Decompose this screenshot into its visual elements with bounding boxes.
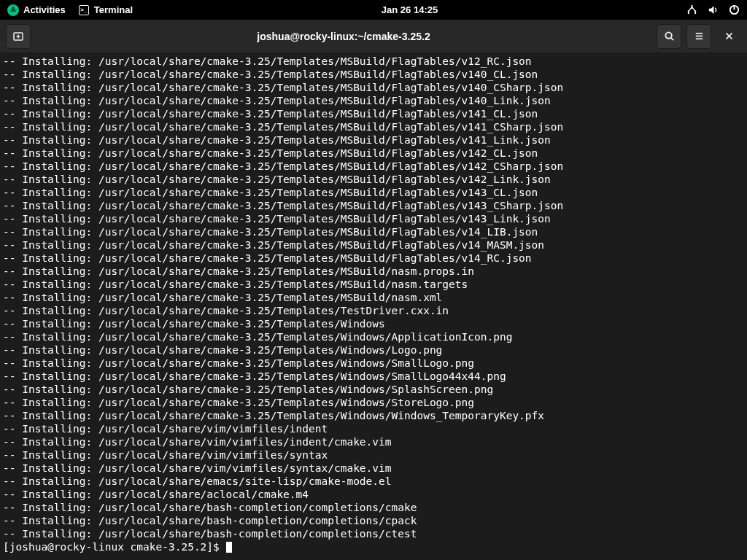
topbar-left: Activities >_ Terminal xyxy=(7,4,133,16)
shell-prompt: [joshua@rocky-linux cmake-3.25.2]$ xyxy=(3,540,744,553)
output-line: -- Installing: /usr/local/share/cmake-3.… xyxy=(3,186,744,199)
activities-label: Activities xyxy=(23,4,66,15)
search-button[interactable] xyxy=(657,24,681,49)
output-line: -- Installing: /usr/local/share/bash-com… xyxy=(3,527,744,540)
activities-button[interactable]: Activities xyxy=(7,4,66,16)
menu-button[interactable] xyxy=(686,24,711,49)
output-line: -- Installing: /usr/local/share/cmake-3.… xyxy=(3,107,744,120)
current-app-indicator[interactable]: >_ Terminal xyxy=(79,4,133,15)
topbar-right xyxy=(686,4,740,15)
cursor xyxy=(226,542,232,553)
clock[interactable]: Jan 26 14:25 xyxy=(133,4,686,15)
output-line: -- Installing: /usr/local/share/cmake-3.… xyxy=(3,212,744,225)
output-line: -- Installing: /usr/local/share/cmake-3.… xyxy=(3,120,744,133)
output-line: -- Installing: /usr/local/share/cmake-3.… xyxy=(3,291,744,304)
current-app-name: Terminal xyxy=(94,4,133,15)
output-line: -- Installing: /usr/local/share/aclocal/… xyxy=(3,488,744,501)
terminal-output[interactable]: -- Installing: /usr/local/share/cmake-3.… xyxy=(0,53,747,560)
output-line: -- Installing: /usr/local/share/cmake-3.… xyxy=(3,252,744,265)
output-line: -- Installing: /usr/local/share/cmake-3.… xyxy=(3,147,744,160)
gnome-topbar: Activities >_ Terminal Jan 26 14:25 xyxy=(0,0,747,20)
output-line: -- Installing: /usr/local/share/cmake-3.… xyxy=(3,238,744,252)
output-line: -- Installing: /usr/local/share/bash-com… xyxy=(3,514,744,527)
terminal-icon: >_ xyxy=(79,5,89,15)
output-line: -- Installing: /usr/local/share/cmake-3.… xyxy=(3,265,744,278)
output-line: -- Installing: /usr/local/share/cmake-3.… xyxy=(3,133,744,147)
output-lines: -- Installing: /usr/local/share/cmake-3.… xyxy=(3,55,744,540)
output-line: -- Installing: /usr/local/share/cmake-3.… xyxy=(3,55,744,68)
output-line: -- Installing: /usr/local/share/cmake-3.… xyxy=(3,94,744,107)
output-line: -- Installing: /usr/local/share/vim/vimf… xyxy=(3,435,744,448)
svg-point-9 xyxy=(665,32,671,38)
terminal-headerbar: joshua@rocky-linux:~/cmake-3.25.2 xyxy=(0,20,747,53)
output-line: -- Installing: /usr/local/share/bash-com… xyxy=(3,501,744,514)
output-line: -- Installing: /usr/local/share/cmake-3.… xyxy=(3,81,744,94)
output-line: -- Installing: /usr/local/share/cmake-3.… xyxy=(3,383,744,396)
close-button[interactable] xyxy=(716,24,741,49)
output-line: -- Installing: /usr/local/share/cmake-3.… xyxy=(3,330,744,343)
window-title: joshua@rocky-linux:~/cmake-3.25.2 xyxy=(36,31,651,42)
output-line: -- Installing: /usr/local/share/vim/vimf… xyxy=(3,422,744,435)
output-line: -- Installing: /usr/local/share/cmake-3.… xyxy=(3,409,744,422)
output-line: -- Installing: /usr/local/share/cmake-3.… xyxy=(3,199,744,212)
distro-logo-icon xyxy=(7,4,19,16)
svg-line-10 xyxy=(670,38,673,40)
output-line: -- Installing: /usr/local/share/cmake-3.… xyxy=(3,370,744,383)
output-line: -- Installing: /usr/local/share/cmake-3.… xyxy=(3,304,744,317)
output-line: -- Installing: /usr/local/share/cmake-3.… xyxy=(3,160,744,173)
output-line: -- Installing: /usr/local/share/cmake-3.… xyxy=(3,225,744,238)
output-line: -- Installing: /usr/local/share/cmake-3.… xyxy=(3,357,744,370)
output-line: -- Installing: /usr/local/share/cmake-3.… xyxy=(3,173,744,186)
output-line: -- Installing: /usr/local/share/cmake-3.… xyxy=(3,396,744,409)
output-line: -- Installing: /usr/local/share/cmake-3.… xyxy=(3,68,744,81)
output-line: -- Installing: /usr/local/share/cmake-3.… xyxy=(3,317,744,330)
output-line: -- Installing: /usr/local/share/cmake-3.… xyxy=(3,278,744,291)
power-icon[interactable] xyxy=(729,4,740,15)
new-tab-button[interactable] xyxy=(6,24,31,49)
volume-icon[interactable] xyxy=(708,4,719,15)
network-icon[interactable] xyxy=(686,4,697,15)
output-line: -- Installing: /usr/local/share/vim/vimf… xyxy=(3,462,744,475)
output-line: -- Installing: /usr/local/share/emacs/si… xyxy=(3,475,744,488)
output-line: -- Installing: /usr/local/share/cmake-3.… xyxy=(3,343,744,357)
output-line: -- Installing: /usr/local/share/vim/vimf… xyxy=(3,448,744,462)
